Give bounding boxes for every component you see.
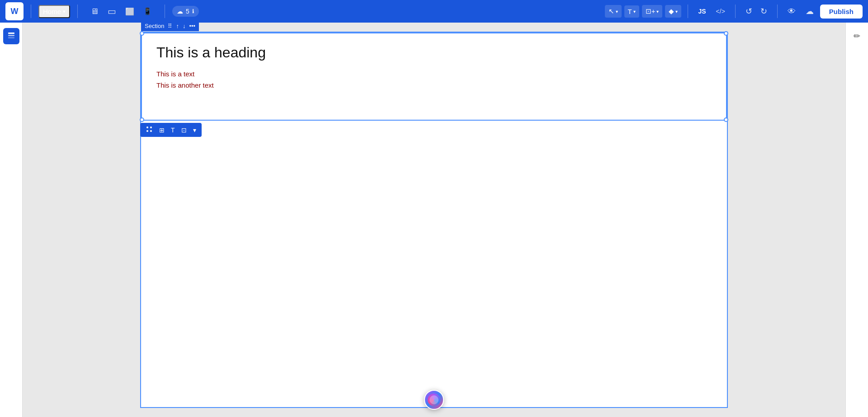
code-icon: </> [716, 8, 725, 15]
section-more-icon[interactable]: ••• [189, 23, 195, 29]
nav-divider-5 [735, 5, 736, 18]
section-text-1[interactable]: This is a text [156, 70, 712, 78]
elements-icon[interactable] [144, 125, 155, 135]
resize-handle-br[interactable] [724, 117, 728, 122]
home-button[interactable]: Home ▾ [38, 5, 70, 18]
js-label: JS [698, 8, 706, 15]
add-element-button[interactable]: ⊡+ ▾ [642, 5, 663, 18]
svg-rect-1 [8, 35, 14, 36]
cloud-sessions-button[interactable]: ☁ 5 ℹ [172, 6, 199, 17]
home-chevron-icon: ▾ [63, 9, 66, 14]
tablet-landscape-view-button[interactable]: ▭ [104, 3, 120, 19]
cursor-tool-button[interactable]: ↖ ▾ [605, 5, 622, 18]
tablet-view-button[interactable]: ⬜ [122, 5, 138, 19]
redo-icon: ↻ [760, 6, 767, 16]
nav-divider-1 [31, 5, 31, 18]
right-sidebar: ✏ [845, 23, 868, 417]
resize-handle-bl[interactable] [140, 117, 144, 122]
cloud-save-button[interactable]: ☁ [802, 4, 817, 19]
left-sidebar [0, 23, 23, 417]
section-move-down-icon[interactable]: ↓ [183, 23, 186, 29]
add-element-chevron: ▾ [656, 9, 659, 14]
svg-point-4 [150, 127, 152, 128]
nav-divider-6 [777, 5, 778, 18]
undo-redo-group: ↺ ↻ [742, 4, 771, 19]
resize-handle-tl[interactable] [140, 31, 144, 36]
layers-panel-button[interactable] [3, 28, 19, 44]
cloud-info-icon: ℹ [192, 8, 194, 14]
section-selected[interactable]: Section ⠿ ↑ ↓ ••• This is a heading This… [141, 33, 727, 121]
element-toolbar-chevron[interactable]: ▾ [191, 126, 198, 135]
svg-rect-2 [8, 37, 14, 38]
canvas-area[interactable]: Section ⠿ ↑ ↓ ••• This is a heading This… [23, 23, 845, 417]
edit-icon: ✏ [854, 31, 860, 41]
page-canvas: Section ⠿ ↑ ↓ ••• This is a heading This… [140, 32, 728, 408]
text-tool-chevron: ▾ [633, 9, 636, 14]
logo-text: W [11, 7, 19, 16]
preview-icon: 👁 [788, 7, 796, 16]
nav-divider-2 [77, 5, 78, 18]
section-heading[interactable]: This is a heading [156, 44, 712, 61]
resize-handle-tr[interactable] [724, 31, 728, 36]
ai-assistant-button[interactable] [424, 390, 444, 410]
undo-button[interactable]: ↺ [742, 4, 756, 19]
svg-point-5 [146, 130, 148, 132]
section-context-toolbar: Section ⠿ ↑ ↓ ••• [141, 23, 199, 31]
redo-button[interactable]: ↻ [757, 4, 771, 19]
nav-divider-4 [688, 5, 688, 18]
code-view-button[interactable]: </> [712, 5, 729, 18]
component-icon[interactable]: ⊡ [179, 126, 189, 135]
shape-tool-button[interactable]: ◆ ▾ [665, 5, 681, 18]
tablet-landscape-icon: ▭ [108, 6, 116, 17]
section-label: Section [145, 23, 164, 29]
js-button[interactable]: JS [694, 6, 709, 17]
properties-panel-button[interactable]: ✏ [849, 28, 865, 44]
text-tool-button[interactable]: T ▾ [624, 5, 639, 18]
add-element-icon: ⊡+ [646, 7, 656, 15]
section-drag-icon[interactable]: ⠿ [168, 23, 172, 29]
logo-button[interactable]: W [5, 2, 24, 20]
publish-button[interactable]: Publish [820, 5, 863, 19]
svg-rect-0 [8, 33, 14, 34]
text-element-icon[interactable]: T [169, 126, 177, 135]
section-move-up-icon[interactable]: ↑ [176, 23, 179, 29]
home-label: Home [43, 8, 61, 15]
mobile-view-button[interactable]: 📱 [140, 5, 156, 18]
layers-icon [7, 31, 16, 42]
nav-right-group: ↖ ▾ T ▾ ⊡+ ▾ ◆ ▾ JS </> [605, 4, 863, 19]
element-context-toolbar: ⊞ T ⊡ ▾ [140, 123, 202, 137]
publish-label: Publish [829, 8, 854, 15]
tablet-icon: ⬜ [125, 7, 134, 16]
cursor-icon: ↖ [609, 7, 614, 15]
mobile-icon: 📱 [143, 7, 152, 15]
text-tool-icon: T [628, 8, 632, 15]
cursor-tool-chevron: ▾ [616, 9, 618, 14]
svg-point-3 [146, 127, 148, 128]
desktop-icon: 🖥 [90, 7, 99, 16]
undo-icon: ↺ [745, 6, 752, 16]
shape-tool-icon: ◆ [669, 7, 674, 15]
section-content: This is a heading This is a text This is… [142, 33, 726, 100]
navbar: W Home ▾ 🖥 ▭ ⬜ 📱 ☁ 5 ℹ ↖ ▾ [0, 0, 868, 23]
section-text-2[interactable]: This is another text [156, 81, 712, 89]
device-group: 🖥 ▭ ⬜ 📱 [87, 3, 156, 19]
ai-icon [428, 394, 440, 406]
nav-divider-3 [165, 5, 165, 18]
svg-point-6 [150, 130, 152, 132]
cloud-icon: ☁ [177, 8, 183, 15]
cloud-save-icon: ☁ [806, 6, 814, 16]
shape-tool-chevron: ▾ [675, 9, 678, 14]
grid-icon[interactable]: ⊞ [157, 126, 166, 135]
cloud-count: 5 [186, 8, 189, 15]
preview-button[interactable]: 👁 [784, 4, 799, 19]
desktop-view-button[interactable]: 🖥 [87, 4, 102, 19]
